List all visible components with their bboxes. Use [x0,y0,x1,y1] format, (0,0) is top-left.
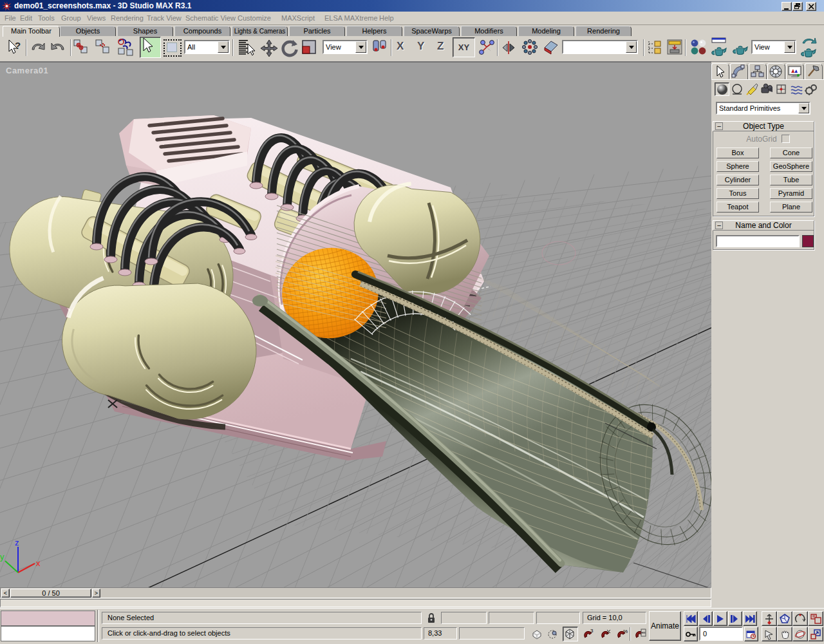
svg-text:x: x [36,558,41,568]
svg-text:?: ? [15,40,21,51]
svg-text:z: z [15,538,19,547]
svg-text:y: y [0,552,5,562]
svg-text:3: 3 [590,628,594,634]
svg-text:%: % [623,629,628,634]
